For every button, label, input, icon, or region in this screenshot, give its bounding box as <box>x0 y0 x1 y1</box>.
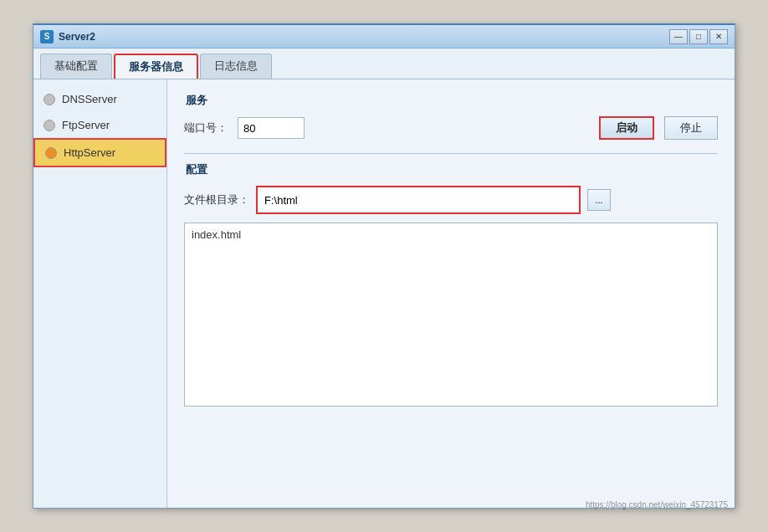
ftp-status-dot <box>44 120 55 131</box>
stop-button[interactable]: 停止 <box>664 116 718 140</box>
main-panel: 服务 端口号： 启动 停止 配置 文件根目录： ... <box>167 79 735 508</box>
root-dir-input[interactable] <box>259 189 577 211</box>
service-section: 服务 端口号： 启动 停止 <box>184 93 718 140</box>
section-divider <box>184 153 718 154</box>
start-button[interactable]: 启动 <box>599 116 654 140</box>
service-section-title: 服务 <box>184 93 718 108</box>
close-button[interactable]: ✕ <box>709 29 728 44</box>
port-label: 端口号： <box>184 120 228 136</box>
dns-label: DNSServer <box>62 93 117 105</box>
tab-server[interactable]: 服务器信息 <box>114 54 198 79</box>
tab-basic[interactable]: 基础配置 <box>40 54 112 79</box>
sidebar: DNSServer FtpServer HttpServer <box>33 79 167 508</box>
file-list-box: index.html <box>184 223 718 407</box>
config-row: 文件根目录： ... <box>184 186 718 214</box>
root-dir-label: 文件根目录： <box>184 192 249 207</box>
app-icon: S <box>40 30 54 43</box>
content-area: DNSServer FtpServer HttpServer 服务 端口号： 启… <box>33 79 735 508</box>
sidebar-item-ftp[interactable]: FtpServer <box>33 112 166 138</box>
dns-status-dot <box>44 94 55 105</box>
sidebar-item-http[interactable]: HttpServer <box>33 138 166 167</box>
title-buttons: — □ ✕ <box>669 29 728 44</box>
http-status-dot <box>45 147 57 159</box>
tab-log[interactable]: 日志信息 <box>200 54 272 79</box>
browse-button[interactable]: ... <box>587 189 611 211</box>
ftp-label: FtpServer <box>62 119 110 131</box>
port-input[interactable] <box>238 117 305 139</box>
http-label: HttpServer <box>64 146 115 159</box>
tab-bar: 基础配置 服务器信息 日志信息 <box>33 49 735 79</box>
title-bar: S Server2 — □ ✕ <box>33 25 735 49</box>
sidebar-item-dns[interactable]: DNSServer <box>33 86 166 112</box>
maximize-button[interactable]: □ <box>689 29 708 44</box>
window-title: Server2 <box>59 31 669 43</box>
file-list-item: index.html <box>192 228 710 241</box>
main-window: S Server2 — □ ✕ 基础配置 服务器信息 日志信息 DNSServe… <box>33 23 735 509</box>
watermark: https://blog.csdn.net/weixin_45723175 <box>586 500 728 509</box>
service-row: 端口号： 启动 停止 <box>184 116 718 140</box>
config-section: 配置 文件根目录： ... index.html <box>184 162 718 407</box>
config-section-title: 配置 <box>184 162 718 177</box>
app-icon-letter: S <box>44 32 50 41</box>
minimize-button[interactable]: — <box>669 29 688 44</box>
root-dir-input-group <box>256 186 581 214</box>
